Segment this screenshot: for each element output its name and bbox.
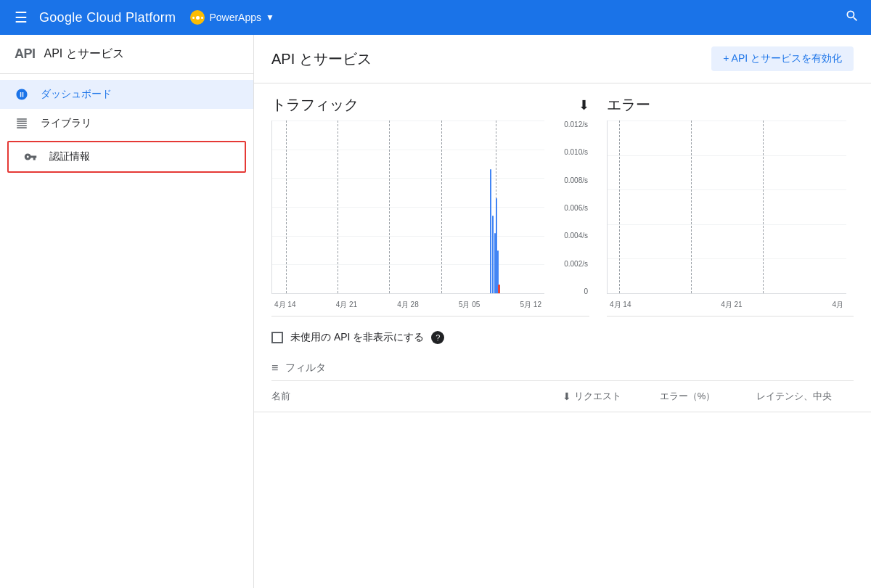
error-chart-plot [607, 121, 846, 294]
traffic-chart: トラフィック ⬇ 0.012/s 0.010/s 0.008/s 0.006/s… [271, 95, 589, 317]
table-col-latency: レイテンシ、中央 [756, 390, 854, 403]
table-header: 名前 ⬇ リクエスト エラー（%） レイテンシ、中央 [254, 381, 871, 412]
e-dashed-line-1 [619, 121, 620, 293]
top-navigation-bar: ☰ Google Cloud Platform PowerApps ▼ [0, 0, 871, 35]
e-gridline-1 [608, 121, 846, 121]
gridline-4 [272, 207, 544, 208]
dashed-line-1 [286, 121, 287, 293]
table-col-requests[interactable]: ⬇ リクエスト [563, 390, 660, 403]
sidebar-item-dashboard[interactable]: ダッシュボード [0, 80, 253, 109]
table-errors-label: エラー（%） [660, 391, 716, 401]
help-icon[interactable]: ? [431, 331, 444, 344]
x-label-4: 5月 05 [459, 300, 480, 310]
gridline-5 [272, 236, 544, 237]
credentials-highlight-box: 認証情報 [7, 141, 246, 173]
y-label-7: 0 [584, 287, 588, 295]
dashed-line-3 [389, 121, 390, 293]
x-label-2: 4月 21 [336, 300, 357, 310]
table-col-errors: エラー（%） [660, 390, 757, 403]
hide-unused-row: 未使用の API を非表示にする ? [271, 331, 854, 344]
gridline-6 [272, 264, 544, 265]
traffic-chart-download-icon[interactable]: ⬇ [578, 97, 589, 113]
sidebar-item-library[interactable]: ライブラリ [0, 109, 253, 138]
project-name: PowerApps [209, 12, 261, 23]
dashboard-icon [15, 87, 29, 102]
y-label-5: 0.004/s [564, 232, 588, 240]
sidebar-item-credentials-label: 認証情報 [49, 150, 90, 163]
e-gridline-5 [608, 258, 846, 259]
library-icon [15, 116, 29, 131]
traffic-spike-1 [490, 169, 491, 293]
sidebar-item-credentials[interactable]: 認証情報 [9, 142, 245, 171]
error-chart-area: 4月 14 4月 21 4月 [607, 121, 854, 317]
sort-icon: ⬇ [563, 391, 571, 402]
e-x-label-3: 4月 [832, 300, 843, 310]
traffic-chart-title-row: トラフィック ⬇ [271, 95, 589, 115]
gridline-3 [272, 178, 544, 179]
hide-unused-checkbox[interactable] [271, 332, 283, 343]
content-header: API とサービス + API とサービスを有効化 [254, 35, 871, 83]
traffic-chart-plot [271, 121, 544, 294]
enable-api-button[interactable]: + API とサービスを有効化 [711, 46, 854, 71]
x-label-3: 4月 28 [397, 300, 418, 310]
x-label-5: 5月 12 [520, 300, 541, 310]
sidebar-nav: ダッシュボード ライブラリ [0, 74, 253, 181]
error-x-labels: 4月 14 4月 21 4月 [607, 294, 846, 316]
y-label-2: 0.010/s [564, 148, 588, 156]
filter-section: 未使用の API を非表示にする ? ≡ フィルタ [254, 317, 871, 381]
sidebar-header: API API とサービス [0, 35, 253, 74]
app-title: Google Cloud Platform [39, 10, 176, 25]
table-latency-label: レイテンシ、中央 [756, 391, 832, 401]
traffic-y-axis: 0.012/s 0.010/s 0.008/s 0.006/s 0.004/s … [549, 121, 589, 295]
project-icon [190, 10, 205, 25]
e-dashed-line-3 [763, 121, 764, 293]
y-label-3: 0.008/s [564, 176, 588, 184]
e-gridline-2 [608, 155, 846, 156]
sidebar: API API とサービス ダッシュボード ライブラ [0, 35, 254, 588]
content-area: API とサービス + API とサービスを有効化 トラフィック ⬇ 0.012… [254, 35, 871, 588]
e-gridline-3 [608, 189, 846, 190]
e-gridline-4 [608, 224, 846, 225]
error-chart-title-row: エラー [607, 95, 854, 115]
content-title: API とサービス [271, 49, 372, 69]
traffic-chart-title: トラフィック [271, 95, 359, 115]
y-label-1: 0.012/s [564, 121, 588, 128]
gridline-2 [272, 150, 544, 150]
table-name-label: 名前 [271, 390, 290, 403]
dashed-line-4 [441, 121, 442, 293]
dashed-line-2 [338, 121, 338, 293]
y-label-4: 0.006/s [564, 204, 588, 212]
main-layout: API API とサービス ダッシュボード ライブラ [0, 35, 871, 588]
sidebar-header-title: API とサービス [44, 46, 124, 62]
traffic-chart-area: 0.012/s 0.010/s 0.008/s 0.006/s 0.004/s … [271, 121, 589, 317]
sidebar-api-badge: API [15, 46, 36, 62]
gridline-1 [272, 121, 544, 121]
error-chart-title: エラー [607, 95, 650, 115]
traffic-spike-orange [498, 285, 500, 293]
sidebar-item-library-label: ライブラリ [41, 117, 91, 130]
traffic-x-labels: 4月 14 4月 21 4月 28 5月 05 5月 12 [271, 294, 544, 316]
hide-unused-label: 未使用の API を非表示にする [290, 331, 424, 344]
charts-section: トラフィック ⬇ 0.012/s 0.010/s 0.008/s 0.006/s… [254, 83, 871, 317]
credentials-icon [23, 150, 38, 164]
e-dashed-line-2 [691, 121, 692, 293]
traffic-spike-2 [492, 216, 494, 293]
filter-label: フィルタ [285, 362, 326, 375]
hamburger-menu-button[interactable]: ☰ [12, 6, 30, 29]
filter-row: ≡ フィルタ [271, 356, 854, 381]
search-button[interactable] [845, 9, 859, 27]
e-x-label-1: 4月 14 [610, 300, 631, 310]
x-label-1: 4月 14 [274, 300, 295, 310]
filter-icon: ≡ [271, 362, 278, 375]
project-selector[interactable]: PowerApps ▼ [190, 10, 274, 25]
table-col-name: 名前 [271, 390, 563, 403]
project-dropdown-icon[interactable]: ▼ [266, 12, 274, 23]
table-requests-label: リクエスト [574, 390, 621, 403]
e-x-label-2: 4月 21 [721, 300, 742, 310]
sidebar-item-dashboard-label: ダッシュボード [41, 88, 112, 101]
y-label-6: 0.002/s [564, 260, 588, 268]
error-chart: エラー [607, 95, 854, 317]
